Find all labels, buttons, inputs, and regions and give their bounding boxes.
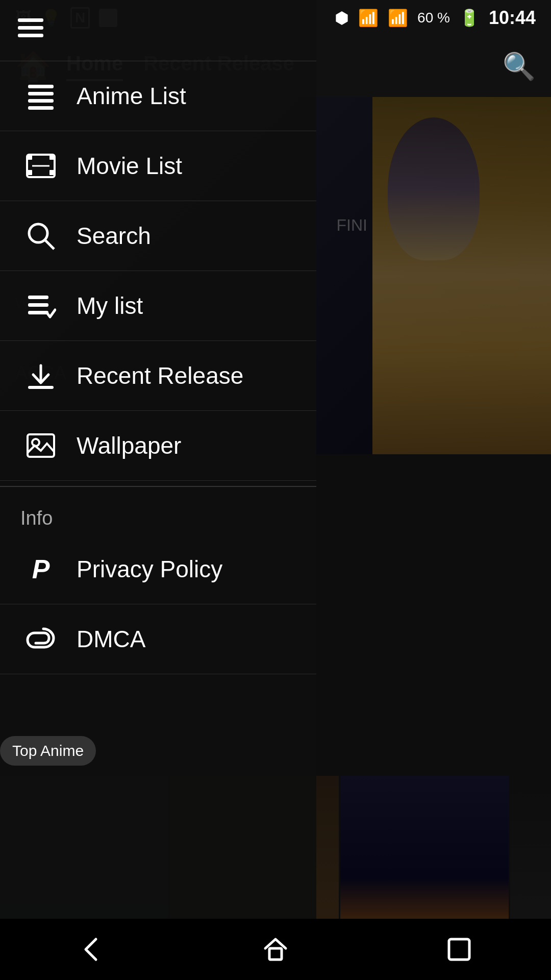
movie-list-icon	[20, 151, 61, 181]
wallpaper-icon	[20, 430, 61, 461]
svg-rect-4	[28, 92, 54, 95]
recent-release-icon	[20, 360, 61, 391]
svg-rect-2	[18, 34, 43, 37]
svg-line-14	[45, 240, 54, 249]
drawer-item-dmca[interactable]: DMCA	[0, 604, 316, 674]
svg-rect-5	[28, 99, 54, 103]
nav-back-button[interactable]	[61, 929, 122, 970]
my-list-icon	[20, 290, 61, 321]
search-icon	[20, 220, 61, 251]
divider	[0, 486, 316, 487]
svg-rect-17	[28, 311, 48, 314]
my-list-label: My list	[77, 292, 143, 320]
svg-rect-9	[49, 155, 55, 160]
svg-rect-10	[27, 170, 32, 175]
movie-list-label: Movie List	[77, 152, 182, 180]
recent-release-label: Recent Release	[77, 362, 243, 389]
drawer-item-movie-list[interactable]: Movie List	[0, 131, 316, 201]
signal-icon: 📶	[388, 8, 408, 28]
svg-rect-21	[269, 948, 282, 960]
anime-list-icon	[20, 81, 61, 111]
nav-home-button[interactable]	[245, 929, 306, 970]
svg-rect-22	[449, 939, 469, 960]
drawer-items: Anime List Movie List	[0, 61, 316, 980]
svg-rect-19	[28, 434, 54, 457]
drawer-item-privacy-policy[interactable]: P Privacy Policy	[0, 534, 316, 604]
drawer-menu-icon[interactable]	[15, 12, 46, 49]
svg-point-13	[29, 224, 47, 242]
top-anime-badge[interactable]: Top Anime	[0, 736, 96, 766]
battery-icon: 🔋	[459, 8, 480, 28]
dmca-label: DMCA	[77, 625, 145, 653]
drawer-info-label: Info	[0, 492, 316, 534]
battery-text: 60 %	[417, 10, 450, 26]
svg-rect-1	[18, 26, 43, 30]
drawer-header	[0, 0, 316, 61]
svg-rect-3	[28, 85, 54, 88]
search-button[interactable]: 🔍	[503, 51, 536, 82]
svg-rect-16	[28, 303, 48, 307]
nav-bar	[0, 919, 551, 980]
drawer-menu: Anime List Movie List	[0, 0, 316, 980]
svg-point-20	[32, 439, 39, 446]
drawer-item-recent-release[interactable]: Recent Release	[0, 341, 316, 411]
status-right-icons: ⬢ 📶 📶 60 % 🔋 10:44	[335, 7, 536, 29]
wallpaper-label: Wallpaper	[77, 432, 181, 459]
wifi-icon: 📶	[358, 8, 379, 28]
drawer-item-my-list[interactable]: My list	[0, 271, 316, 341]
nav-recent-button[interactable]	[429, 929, 490, 970]
drawer-item-wallpaper[interactable]: Wallpaper	[0, 411, 316, 481]
svg-rect-6	[28, 106, 54, 110]
dmca-icon	[20, 624, 61, 654]
svg-rect-18	[28, 386, 54, 389]
anime-list-label: Anime List	[77, 82, 186, 110]
svg-rect-0	[18, 18, 43, 22]
drawer-item-search[interactable]: Search	[0, 201, 316, 271]
svg-rect-15	[28, 296, 48, 299]
privacy-policy-label: Privacy Policy	[77, 555, 222, 583]
search-label: Search	[77, 222, 151, 250]
privacy-policy-icon: P	[20, 554, 61, 584]
bluetooth-icon: ⬢	[335, 8, 349, 28]
svg-rect-11	[49, 170, 55, 175]
svg-rect-8	[27, 155, 32, 160]
status-time: 10:44	[489, 7, 536, 29]
drawer-item-anime-list[interactable]: Anime List	[0, 61, 316, 131]
